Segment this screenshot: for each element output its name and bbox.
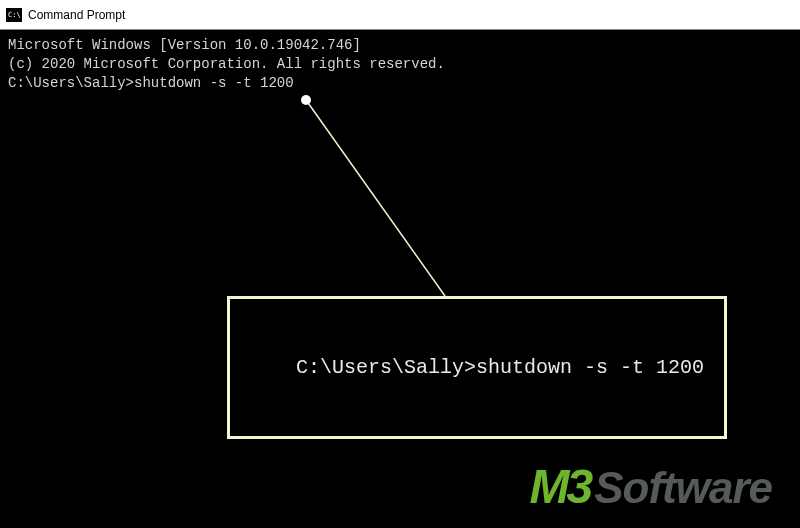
window-titlebar[interactable]: C:\. Command Prompt — [0, 0, 800, 30]
typed-command: shutdown -s -t 1200 — [134, 75, 294, 91]
annotation-dot-icon — [301, 95, 311, 105]
watermark-m3: M3 — [529, 455, 590, 520]
prompt-path: C:\Users\Sally> — [8, 75, 134, 91]
annotation-leader-line — [0, 30, 800, 528]
svg-line-0 — [306, 100, 445, 296]
terminal-area[interactable]: Microsoft Windows [Version 10.0.19042.74… — [0, 30, 800, 528]
callout-text: C:\Users\Sally>shutdown -s -t 1200 — [296, 356, 704, 379]
terminal-output-line: Microsoft Windows [Version 10.0.19042.74… — [8, 36, 792, 55]
callout-box: C:\Users\Sally>shutdown -s -t 1200 — [227, 296, 727, 439]
cmd-icon: C:\. — [6, 8, 22, 22]
watermark-software: Software — [594, 458, 772, 517]
terminal-output-line: (c) 2020 Microsoft Corporation. All righ… — [8, 55, 792, 74]
window-title: Command Prompt — [28, 8, 125, 22]
watermark-logo: M3 Software — [529, 455, 772, 520]
terminal-prompt-line: C:\Users\Sally>shutdown -s -t 1200 — [8, 74, 792, 93]
